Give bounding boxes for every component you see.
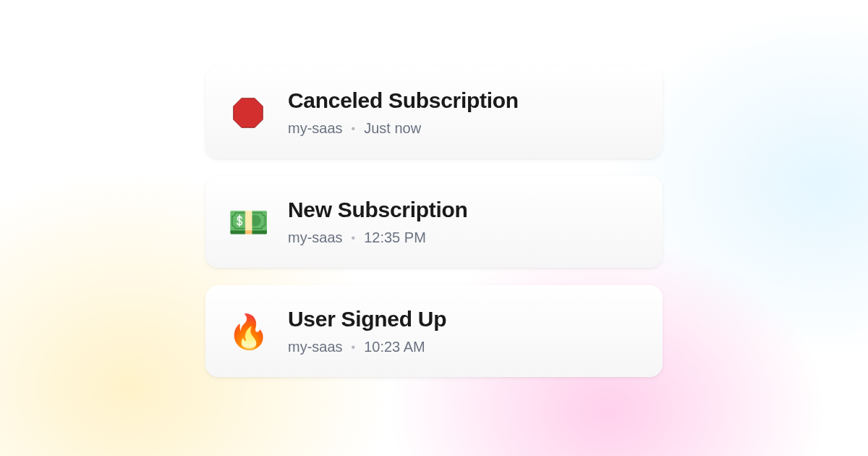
notification-body: New Subscription my-saas • 12:35 PM xyxy=(288,198,468,246)
notification-meta: my-saas • 10:23 AM xyxy=(288,339,446,355)
notification-card[interactable]: Canceled Subscription my-saas • Just now xyxy=(205,67,663,159)
notification-project: my-saas xyxy=(288,229,343,246)
notification-time: 12:35 PM xyxy=(364,229,426,246)
meta-separator: • xyxy=(352,232,356,245)
meta-separator: • xyxy=(352,341,356,354)
notification-title: New Subscription xyxy=(288,198,468,222)
stop-sign-icon xyxy=(227,92,269,134)
notification-body: User Signed Up my-saas • 10:23 AM xyxy=(288,307,446,355)
meta-separator: • xyxy=(352,122,356,135)
fire-icon: 🔥 xyxy=(227,311,269,352)
notification-time: 10:23 AM xyxy=(364,339,425,355)
notification-meta: my-saas • Just now xyxy=(288,120,519,137)
notification-body: Canceled Subscription my-saas • Just now xyxy=(288,88,519,137)
notification-project: my-saas xyxy=(288,339,343,355)
notification-title: Canceled Subscription xyxy=(288,88,519,113)
notification-project: my-saas xyxy=(288,120,343,137)
notification-time: Just now xyxy=(364,120,421,137)
notification-card[interactable]: 🔥 User Signed Up my-saas • 10:23 AM xyxy=(205,285,663,377)
notification-meta: my-saas • 12:35 PM xyxy=(288,229,468,246)
notification-title: User Signed Up xyxy=(288,307,446,332)
notification-card[interactable]: 💵 New Subscription my-saas • 12:35 PM xyxy=(205,176,663,268)
svg-marker-0 xyxy=(234,98,263,127)
money-icon: 💵 xyxy=(227,201,269,243)
notification-list: Canceled Subscription my-saas • Just now… xyxy=(205,67,663,377)
